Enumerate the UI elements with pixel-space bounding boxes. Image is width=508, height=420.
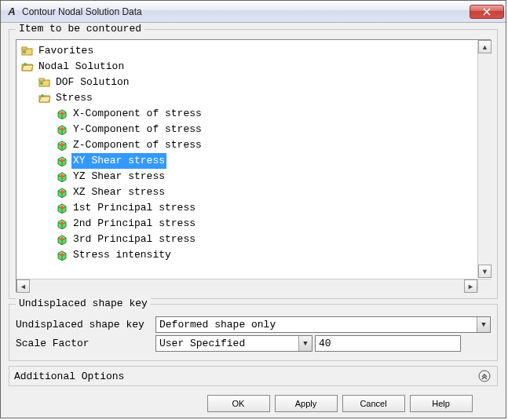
row-undisplaced-key: Undisplaced shape key Deformed shape onl… <box>16 316 491 333</box>
titlebar[interactable]: A Contour Nodal Solution Data <box>1 1 506 23</box>
svg-rect-1 <box>22 47 27 49</box>
svg-point-39 <box>60 206 64 209</box>
svg-point-2 <box>23 50 26 53</box>
tree-item-favorites[interactable]: Favorites <box>18 43 489 59</box>
scroll-left-icon[interactable]: ◄ <box>16 279 30 293</box>
scroll-up-icon[interactable]: ▲ <box>478 40 492 53</box>
tree-item-3rd-principal[interactable]: 3rd Principal stress <box>18 232 489 247</box>
tree-item-stress[interactable]: Stress <box>18 90 489 106</box>
tree-label: Nodal Solution <box>37 59 126 75</box>
svg-point-31 <box>60 174 64 177</box>
chevron-down-icon[interactable]: ▼ <box>477 317 490 332</box>
close-icon <box>483 8 491 16</box>
tree-label: 2nd Principal stress <box>71 216 197 232</box>
apply-button[interactable]: Apply <box>275 395 338 412</box>
tree-item-stress-intensity[interactable]: Stress intensity <box>18 247 489 263</box>
tree-label: DOF Solution <box>54 75 131 90</box>
vertical-scrollbar[interactable]: ▲ ▼ <box>477 40 491 278</box>
tree-item-2nd-principal[interactable]: 2nd Principal stress <box>18 216 489 232</box>
cancel-button[interactable]: Cancel <box>342 395 405 412</box>
tree: Favorites Nodal Solution DOF Solution <box>16 40 491 266</box>
svg-marker-4 <box>22 65 33 71</box>
tree-label: Y-Component of stress <box>71 122 203 137</box>
svg-point-35 <box>60 190 64 193</box>
tree-item-y-stress[interactable]: Y-Component of stress <box>18 122 489 137</box>
cube-icon <box>56 250 68 261</box>
combo-scale-factor[interactable]: User Specified ▼ <box>155 335 312 352</box>
folder-open-icon <box>38 93 51 104</box>
button-bar: OK Apply Cancel Help <box>9 391 498 413</box>
svg-point-43 <box>60 221 64 225</box>
cube-icon <box>56 187 68 198</box>
tree-item-yz-shear[interactable]: YZ Shear stress <box>18 169 489 184</box>
combo-value: User Specified <box>156 338 298 349</box>
tree-container: Favorites Nodal Solution DOF Solution <box>16 39 491 292</box>
tree-label: Z-Component of stress <box>71 137 203 153</box>
horizontal-scrollbar[interactable]: ◄ ► <box>16 279 477 292</box>
tree-label: XY Shear stress <box>71 153 166 169</box>
tree-label: YZ Shear stress <box>71 169 166 184</box>
close-button[interactable] <box>470 5 504 19</box>
svg-point-51 <box>60 253 64 256</box>
cube-icon <box>56 218 68 229</box>
cube-icon <box>56 203 68 214</box>
scroll-track[interactable] <box>478 53 491 265</box>
group-legend: Item to be contoured <box>16 23 144 35</box>
folder-open-icon <box>21 61 34 72</box>
tree-label: Favorites <box>37 43 95 59</box>
expand-icon <box>477 369 492 383</box>
button-label: OK <box>232 399 245 408</box>
cube-icon <box>56 234 68 245</box>
tree-item-x-stress[interactable]: X-Component of stress <box>18 106 489 122</box>
tree-item-1st-principal[interactable]: 1st Principal stress <box>18 200 489 216</box>
svg-point-11 <box>41 94 44 97</box>
svg-point-52 <box>479 371 490 382</box>
tree-item-xz-shear[interactable]: XZ Shear stress <box>18 184 489 200</box>
additional-options-label: Additional Options <box>14 371 124 382</box>
button-label: Apply <box>295 399 317 408</box>
svg-point-15 <box>60 111 64 115</box>
tree-label: Stress intensity <box>71 247 173 263</box>
window-title: Contour Nodal Solution Data <box>22 6 470 17</box>
tree-label: Stress <box>54 90 94 106</box>
dialog-body: Item to be contoured Favorites Nodal Sol… <box>1 23 506 418</box>
row-scale-factor: Scale Factor User Specified ▼ 40 <box>16 335 491 352</box>
svg-point-23 <box>60 143 64 146</box>
folder-icon <box>21 46 34 57</box>
additional-options-toggle[interactable]: Additional Options <box>9 366 498 386</box>
app-icon: A <box>5 5 18 18</box>
chevron-down-icon[interactable]: ▼ <box>298 336 312 351</box>
button-label: Help <box>432 399 450 408</box>
scroll-right-icon[interactable]: ► <box>464 279 477 293</box>
svg-point-47 <box>60 237 64 240</box>
scroll-corner <box>477 279 491 292</box>
input-scale-value[interactable]: 40 <box>315 335 461 352</box>
tree-scroll[interactable]: Favorites Nodal Solution DOF Solution <box>16 40 491 292</box>
combo-undisplaced-key[interactable]: Deformed shape only ▼ <box>155 316 491 333</box>
tree-label: X-Component of stress <box>71 106 203 122</box>
tree-item-z-stress[interactable]: Z-Component of stress <box>18 137 489 153</box>
group-item-to-contour: Item to be contoured Favorites Nodal Sol… <box>9 29 498 299</box>
label-undisplaced-key: Undisplaced shape key <box>16 319 155 331</box>
svg-point-19 <box>60 127 64 130</box>
scroll-track[interactable] <box>30 279 464 292</box>
group-undisplaced-shape: Undisplaced shape key Undisplaced shape … <box>9 304 498 361</box>
ok-button[interactable]: OK <box>207 395 270 412</box>
button-label: Cancel <box>360 399 386 408</box>
tree-label: 1st Principal stress <box>71 200 197 216</box>
tree-item-dof-solution[interactable]: DOF Solution <box>18 75 489 90</box>
combo-value: Deformed shape only <box>156 319 477 331</box>
cube-icon <box>56 171 68 182</box>
dialog-window: A Contour Nodal Solution Data Item to be… <box>0 0 506 418</box>
tree-item-nodal-solution[interactable]: Nodal Solution <box>18 59 489 75</box>
tree-item-xy-shear[interactable]: XY Shear stress <box>18 153 489 169</box>
svg-marker-10 <box>39 97 50 102</box>
folder-icon <box>38 77 51 88</box>
svg-point-27 <box>60 159 64 162</box>
help-button[interactable]: Help <box>410 395 473 412</box>
scroll-down-icon[interactable]: ▼ <box>478 265 492 278</box>
tree-label: XZ Shear stress <box>71 184 166 200</box>
label-scale-factor: Scale Factor <box>16 338 155 349</box>
cube-icon <box>56 108 68 119</box>
svg-point-5 <box>24 63 27 66</box>
